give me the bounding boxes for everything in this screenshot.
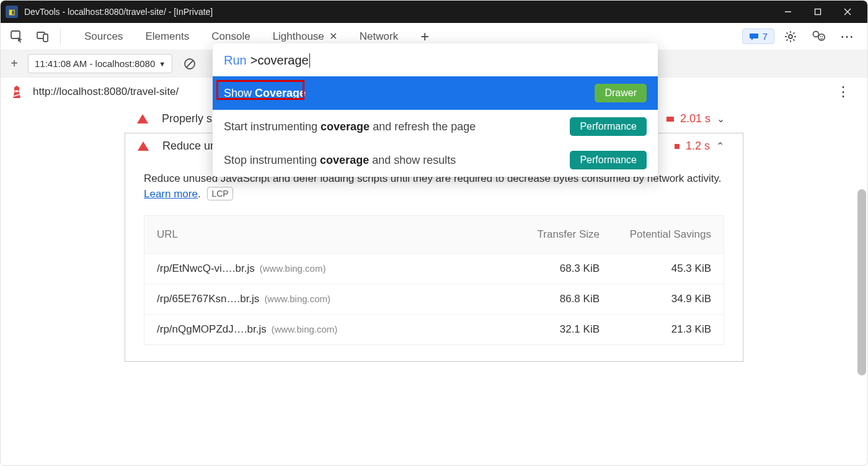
tab-label: Elements xyxy=(145,30,189,43)
report-url: http://localhost:8080/travel-site/ xyxy=(33,86,179,98)
chevron-down-icon: ⌄ xyxy=(717,113,725,125)
palette-option-category: Performance xyxy=(570,151,647,169)
row-transfer: 86.8 KiB xyxy=(507,293,600,305)
svg-line-21 xyxy=(187,60,193,67)
fail-triangle-icon xyxy=(137,114,148,123)
svg-rect-4 xyxy=(11,31,20,38)
table-header: URL Transfer Size Potential Savings xyxy=(144,216,724,254)
tab-label: Lighthouse xyxy=(273,30,324,43)
close-window-button[interactable] xyxy=(833,1,862,23)
svg-rect-6 xyxy=(43,34,48,42)
devtools-app-icon: ◧ xyxy=(6,6,18,18)
window-title: DevTools - localhost:8080/travel-site/ -… xyxy=(24,7,213,17)
minimize-button[interactable] xyxy=(773,1,803,23)
svg-rect-1 xyxy=(815,9,821,15)
row-savings: 45.3 KiB xyxy=(600,262,711,275)
svg-point-7 xyxy=(789,35,792,38)
report-selector[interactable]: 11:41:08 AM - localhost:8080 ▼ xyxy=(28,54,172,73)
svg-line-14 xyxy=(787,39,788,40)
svg-point-18 xyxy=(820,36,822,37)
table-row[interactable]: /rp/nQgMOPZdJ….br.js(www.bing.com) 32.1 … xyxy=(144,315,724,344)
tab-label: Network xyxy=(360,30,398,43)
feedback-icon[interactable] xyxy=(807,24,831,49)
close-tab-icon[interactable]: ✕ xyxy=(329,30,337,42)
lighthouse-logo-icon xyxy=(9,84,24,99)
separator xyxy=(60,29,61,45)
palette-option-label: Stop instrumenting coverage and show res… xyxy=(224,154,456,167)
palette-query-text: >coverage xyxy=(250,53,310,68)
row-url: /rp/nQgMOPZdJ….br.js(www.bing.com) xyxy=(157,323,507,336)
window-controls xyxy=(773,1,862,23)
clear-icon[interactable] xyxy=(177,52,202,76)
table-row[interactable]: /rp/EtNwcQ-vi….br.js(www.bing.com) 68.3 … xyxy=(144,254,724,284)
palette-input[interactable]: Run >coverage xyxy=(213,43,658,76)
tab-sources[interactable]: Sources xyxy=(73,24,134,49)
tab-label: Console xyxy=(211,30,250,43)
row-transfer: 68.3 KiB xyxy=(507,262,600,275)
lcp-badge: LCP xyxy=(207,187,232,200)
audit-time: 2.01 s ⌄ xyxy=(666,112,725,125)
palette-option-start-coverage[interactable]: Start instrumenting coverage and refresh… xyxy=(213,110,658,143)
svg-rect-22 xyxy=(15,90,19,92)
time-bar-icon xyxy=(675,144,680,149)
col-url-header: URL xyxy=(157,228,507,241)
device-toolbar-icon[interactable] xyxy=(30,24,55,49)
issues-badge[interactable]: 7 xyxy=(742,29,774,44)
col-savings-header: Potential Savings xyxy=(600,228,711,241)
svg-point-19 xyxy=(822,36,823,37)
maximize-button[interactable] xyxy=(803,1,833,23)
unused-js-table: URL Transfer Size Potential Savings /rp/… xyxy=(144,215,724,345)
command-palette: Run >coverage Show Coverage Drawer Start… xyxy=(213,43,658,177)
svg-line-13 xyxy=(793,39,794,40)
report-timestamp: 11:41:08 AM - localhost:8080 xyxy=(35,58,155,69)
svg-line-12 xyxy=(787,32,788,34)
settings-gear-icon[interactable] xyxy=(778,24,803,49)
issues-count: 7 xyxy=(763,31,768,42)
svg-point-16 xyxy=(813,31,819,37)
col-transfer-header: Transfer Size xyxy=(507,228,600,241)
row-transfer: 32.1 KiB xyxy=(507,323,600,336)
palette-option-label: Show Coverage xyxy=(224,87,306,100)
titlebar: ◧ DevTools - localhost:8080/travel-site/… xyxy=(1,1,867,23)
row-url: /rp/65E767Ksn….br.js(www.bing.com) xyxy=(157,293,507,305)
row-savings: 34.9 KiB xyxy=(600,293,711,305)
audit-time-value: 2.01 s xyxy=(680,112,711,125)
report-menu-icon[interactable]: ⋮ xyxy=(828,84,859,100)
palette-option-category: Drawer xyxy=(595,84,647,102)
time-bar-icon xyxy=(666,117,674,122)
new-report-button[interactable]: + xyxy=(6,55,23,73)
chat-bubble-icon xyxy=(749,32,759,42)
toolbar-right: 7 ⋯ xyxy=(742,24,864,49)
audit-time: 1.2 s ⌃ xyxy=(675,140,724,153)
palette-option-stop-coverage[interactable]: Stop instrumenting coverage and show res… xyxy=(213,143,658,177)
palette-run-label: Run xyxy=(224,53,247,68)
dropdown-caret-icon: ▼ xyxy=(159,60,166,68)
learn-more-link[interactable]: Learn more xyxy=(144,188,198,200)
tab-elements[interactable]: Elements xyxy=(134,24,200,49)
svg-point-17 xyxy=(818,34,825,40)
scrollbar-thumb[interactable] xyxy=(857,189,866,375)
scrollbar-track[interactable] xyxy=(856,78,867,462)
palette-option-show-coverage[interactable]: Show Coverage Drawer xyxy=(213,76,658,110)
chevron-up-icon: ⌃ xyxy=(716,140,724,152)
palette-option-category: Performance xyxy=(570,117,647,136)
fail-triangle-icon xyxy=(138,141,149,151)
palette-option-label: Start instrumenting coverage and refresh… xyxy=(224,120,476,133)
row-url: /rp/EtNwcQ-vi….br.js(www.bing.com) xyxy=(157,262,507,275)
more-menu-icon[interactable]: ⋯ xyxy=(835,24,860,49)
table-row[interactable]: /rp/65E767Ksn….br.js(www.bing.com) 86.8 … xyxy=(144,284,724,315)
inspect-element-icon[interactable] xyxy=(4,24,29,49)
tab-label: Sources xyxy=(84,30,123,43)
row-savings: 21.3 KiB xyxy=(600,323,711,336)
audit-time-value: 1.2 s xyxy=(686,140,710,153)
svg-line-15 xyxy=(793,32,794,34)
